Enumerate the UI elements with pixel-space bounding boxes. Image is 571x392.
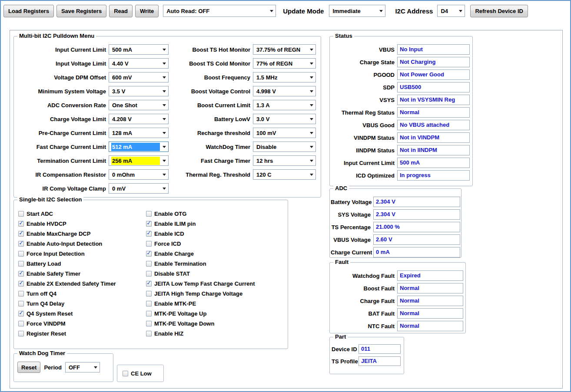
checkbox[interactable]: ✓: [18, 311, 24, 316]
i2c-address-select[interactable]: D4: [437, 5, 465, 17]
status-row: Thermal Reg Status Normal: [331, 107, 472, 118]
param-dropdown[interactable]: 500 mA: [109, 44, 169, 55]
checkbox[interactable]: ✓: [146, 331, 152, 336]
param-dropdown[interactable]: 256 mA: [109, 155, 169, 166]
checkbox-row[interactable]: ✓ Force ICD: [146, 239, 255, 249]
param-dropdown[interactable]: 37.75% of REGN: [253, 44, 316, 55]
checkbox-row[interactable]: ✓ Force Input Detection: [18, 249, 146, 259]
main-panel: Multi-bit I2C Pulldown Menu Input Curren…: [10, 30, 563, 389]
checkbox[interactable]: ✓: [146, 221, 152, 227]
watchdog-period-select[interactable]: OFF: [65, 362, 100, 372]
status-value: USB500: [397, 82, 470, 92]
checkbox-row[interactable]: ✓ Enable HIZ: [146, 329, 255, 339]
param-dropdown[interactable]: 3.0 V: [253, 114, 316, 124]
checkbox[interactable]: ✓: [146, 291, 152, 296]
checkbox[interactable]: ✓: [18, 221, 24, 227]
checkbox[interactable]: ✓: [146, 301, 152, 306]
param-dropdown[interactable]: 0 mV: [109, 183, 169, 194]
param-dropdown[interactable]: 3.5 V: [109, 86, 169, 96]
checkbox-row[interactable]: ✓ Turn off Q4: [18, 289, 146, 299]
checkbox[interactable]: ✓: [146, 241, 152, 247]
param-dropdown[interactable]: 1.3 A: [253, 100, 316, 110]
adc-value: 2.304 V: [373, 197, 460, 207]
checkbox-row[interactable]: ✓ Battery Load: [18, 259, 146, 269]
checkbox[interactable]: ✓: [18, 211, 24, 217]
checkbox-row[interactable]: ✓ JEITA Low Temp Fast Charge Current: [146, 279, 255, 289]
checkbox-row[interactable]: ✓ Enable OTG: [146, 209, 255, 219]
auto-read-select[interactable]: Auto Read: OFF: [163, 5, 276, 17]
chevron-down-icon: [310, 90, 313, 92]
checkbox-row[interactable]: ✓ Force VINDPM: [18, 319, 146, 329]
part-group-title: Part: [333, 333, 348, 340]
checkbox[interactable]: ✓: [146, 261, 152, 267]
checkbox-row[interactable]: ✓ MTK-PE Voltage Down: [146, 319, 255, 329]
checkbox-row[interactable]: ✓ Enable ICD: [146, 229, 255, 239]
check-icon: ✓: [19, 220, 24, 226]
checkbox-row[interactable]: ✓ Enable ILIM pin: [146, 219, 255, 229]
checkbox-row[interactable]: ✓ Disable STAT: [146, 269, 255, 279]
param-row: Boost Voltage Control 4.998 V: [171, 86, 316, 96]
check-icon: ✓: [19, 280, 24, 286]
chevron-down-icon: [163, 132, 166, 134]
checkbox[interactable]: ✓: [146, 321, 152, 326]
checkbox-row[interactable]: ✓ Enable Charge: [146, 249, 255, 259]
param-dropdown[interactable]: Disable: [253, 142, 316, 152]
param-dropdown[interactable]: 4.208 V: [109, 114, 169, 124]
checkbox-row[interactable]: ✓ Q4 System Reset: [18, 309, 146, 319]
checkbox[interactable]: ✓: [146, 211, 152, 217]
checkbox[interactable]: ✓: [18, 331, 24, 336]
param-dropdown[interactable]: 12 hrs: [253, 155, 316, 166]
param-dropdown[interactable]: One Shot: [109, 100, 169, 110]
checkbox-row[interactable]: ✓ Start ADC: [18, 209, 146, 219]
param-row: Pre-Charge Current Limit 128 mA: [17, 128, 169, 138]
checkbox-row[interactable]: ✓ MTK-PE Voltage Up: [146, 309, 255, 319]
checkbox[interactable]: ✓: [18, 241, 24, 247]
param-dropdown[interactable]: 0 mOhm: [109, 169, 169, 180]
checkbox[interactable]: ✓: [18, 231, 24, 237]
param-dropdown[interactable]: 120 C: [253, 169, 316, 180]
update-mode-select[interactable]: Immediate: [329, 5, 385, 17]
checkbox-row[interactable]: ✓ Turn Q4 Delay: [18, 299, 146, 309]
checkbox-row[interactable]: ✓ Enable Safety Timer: [18, 269, 146, 279]
ce-low-checkbox[interactable]: ✓: [123, 371, 128, 376]
save-registers-button[interactable]: Save Registers: [56, 5, 106, 17]
param-dropdown[interactable]: 4.998 V: [253, 86, 316, 96]
checkbox[interactable]: ✓: [18, 251, 24, 257]
checkbox-row[interactable]: ✓ Enable Auto-Input Detection: [18, 239, 146, 249]
checkbox[interactable]: ✓: [146, 251, 152, 257]
checkbox[interactable]: ✓: [146, 271, 152, 277]
param-dropdown[interactable]: 1.5 MHz: [253, 72, 316, 82]
checkbox[interactable]: ✓: [146, 231, 152, 237]
param-dropdown[interactable]: 128 mA: [109, 128, 169, 138]
checkbox-row[interactable]: ✓ JEITA High Temp Charge Voltage: [146, 289, 255, 299]
write-button[interactable]: Write: [135, 5, 159, 17]
checkbox-row[interactable]: ✓ Enable Termination: [146, 259, 255, 269]
checkbox[interactable]: ✓: [18, 291, 24, 296]
checkbox[interactable]: ✓: [18, 261, 24, 267]
checkbox-row[interactable]: ✓ Enable MaxCharge DCP: [18, 229, 146, 239]
adc-row: Battery Voltage 2.304 V: [331, 197, 461, 207]
load-registers-button[interactable]: Load Registers: [3, 5, 54, 17]
status-label: VINDPM Status: [331, 135, 397, 141]
checkbox-row[interactable]: ✓ Enable MTK-PE: [146, 299, 255, 309]
refresh-device-id-button[interactable]: Refresh Device ID: [470, 5, 528, 17]
watchdog-reset-button[interactable]: Reset: [17, 362, 40, 373]
checkbox-label: Force Input Detection: [27, 250, 85, 257]
read-button[interactable]: Read: [109, 5, 133, 17]
param-dropdown[interactable]: 600 mV: [109, 72, 169, 82]
checkbox-row[interactable]: ✓ Enable HVDCP: [18, 219, 146, 229]
checkbox[interactable]: ✓: [146, 311, 152, 316]
param-dropdown-value: 1.3 A: [256, 101, 307, 109]
checkbox[interactable]: ✓: [18, 301, 24, 306]
fault-label: Charge Fault: [331, 298, 397, 304]
checkbox[interactable]: ✓: [18, 321, 24, 326]
checkbox[interactable]: ✓: [18, 271, 24, 277]
param-dropdown[interactable]: 100 mV: [253, 128, 316, 138]
checkbox-row[interactable]: ✓ Enable 2X Extended Safety Timer: [18, 279, 146, 289]
param-dropdown[interactable]: 4.40 V: [109, 58, 169, 69]
param-dropdown[interactable]: 77% of REGN: [253, 58, 316, 69]
checkbox[interactable]: ✓: [146, 281, 152, 287]
param-dropdown[interactable]: 512 mA: [109, 142, 169, 152]
checkbox[interactable]: ✓: [18, 281, 24, 287]
checkbox-row[interactable]: ✓ Register Reset: [18, 329, 146, 339]
